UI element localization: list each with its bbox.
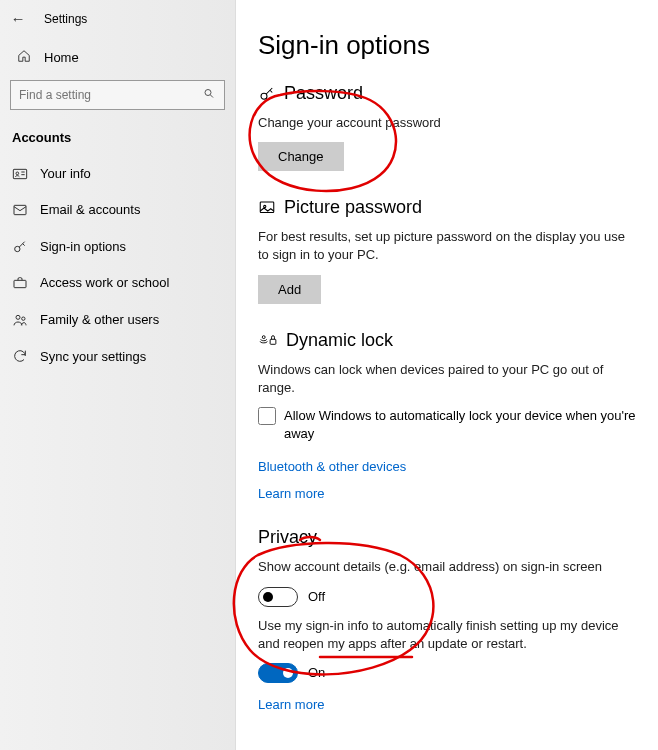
nav-label: Email & accounts bbox=[40, 202, 140, 217]
search-input[interactable] bbox=[10, 80, 225, 110]
home-nav[interactable]: Home bbox=[0, 41, 235, 74]
svg-point-7 bbox=[15, 246, 20, 251]
home-label: Home bbox=[44, 50, 79, 65]
password-heading: Password bbox=[284, 83, 363, 104]
main-content: Sign-in options Password Change your acc… bbox=[236, 0, 658, 750]
toggle2-state: On bbox=[308, 665, 325, 680]
privacy-heading: Privacy bbox=[258, 527, 317, 548]
picture-icon bbox=[258, 199, 276, 217]
privacy-learn-more-link[interactable]: Learn more bbox=[258, 697, 324, 712]
section-picture-password: Picture password For best results, set u… bbox=[258, 197, 636, 303]
person-card-icon bbox=[12, 165, 34, 182]
dynamic-lock-checkbox-label: Allow Windows to automatically lock your… bbox=[284, 407, 636, 443]
section-dynamic-lock: Dynamic lock Windows can lock when devic… bbox=[258, 330, 636, 502]
sidebar-item-family-users[interactable]: Family & other users bbox=[0, 301, 235, 338]
key-icon bbox=[258, 85, 276, 103]
nav-label: Family & other users bbox=[40, 312, 159, 327]
dynamic-lock-desc: Windows can lock when devices paired to … bbox=[258, 361, 636, 397]
settings-sidebar: ← Settings Home Accounts Your info Email… bbox=[0, 0, 236, 750]
nav-label: Sign-in options bbox=[40, 239, 126, 254]
nav-label: Access work or school bbox=[40, 275, 169, 290]
use-signin-info-toggle[interactable] bbox=[258, 663, 298, 683]
home-icon bbox=[14, 49, 34, 66]
privacy-toggle2-desc: Use my sign-in info to automatically fin… bbox=[258, 617, 636, 653]
nav-label: Sync your settings bbox=[40, 349, 146, 364]
sidebar-item-email-accounts[interactable]: Email & accounts bbox=[0, 192, 235, 229]
change-button[interactable]: Change bbox=[258, 142, 344, 171]
window-title: Settings bbox=[44, 12, 87, 26]
briefcase-icon bbox=[12, 275, 34, 292]
dynamic-lock-icon bbox=[258, 331, 278, 349]
key-icon bbox=[12, 238, 34, 255]
back-button[interactable]: ← bbox=[10, 10, 26, 27]
picture-password-desc: For best results, set up picture passwor… bbox=[258, 228, 636, 264]
mail-icon bbox=[12, 202, 34, 219]
dynamic-lock-heading: Dynamic lock bbox=[286, 330, 393, 351]
password-desc: Change your account password bbox=[258, 114, 636, 132]
picture-password-heading: Picture password bbox=[284, 197, 422, 218]
people-icon bbox=[12, 311, 34, 328]
svg-rect-2 bbox=[13, 169, 26, 178]
category-header: Accounts bbox=[0, 124, 235, 155]
sidebar-item-access-work-school[interactable]: Access work or school bbox=[0, 265, 235, 302]
page-title: Sign-in options bbox=[258, 30, 636, 61]
svg-rect-8 bbox=[14, 281, 26, 288]
sync-icon bbox=[12, 348, 34, 365]
section-privacy: Privacy Show account details (e.g. email… bbox=[258, 527, 636, 712]
show-account-details-toggle[interactable] bbox=[258, 587, 298, 607]
dynamic-lock-checkbox[interactable] bbox=[258, 407, 276, 425]
sidebar-item-sign-in-options[interactable]: Sign-in options bbox=[0, 228, 235, 265]
add-button[interactable]: Add bbox=[258, 275, 321, 304]
svg-point-3 bbox=[16, 172, 19, 175]
svg-point-14 bbox=[262, 336, 265, 339]
sidebar-item-your-info[interactable]: Your info bbox=[0, 155, 235, 192]
nav-label: Your info bbox=[40, 166, 91, 181]
privacy-toggle1-desc: Show account details (e.g. email address… bbox=[258, 558, 636, 576]
section-password: Password Change your account password Ch… bbox=[258, 83, 636, 171]
svg-point-13 bbox=[264, 205, 266, 207]
svg-point-10 bbox=[22, 317, 25, 320]
toggle1-state: Off bbox=[308, 589, 325, 604]
svg-rect-6 bbox=[14, 205, 26, 214]
bluetooth-link[interactable]: Bluetooth & other devices bbox=[258, 459, 406, 474]
sidebar-item-sync-settings[interactable]: Sync your settings bbox=[0, 338, 235, 375]
svg-point-11 bbox=[261, 93, 267, 99]
svg-point-9 bbox=[16, 315, 20, 319]
svg-rect-15 bbox=[270, 339, 276, 344]
learn-more-link[interactable]: Learn more bbox=[258, 486, 324, 501]
